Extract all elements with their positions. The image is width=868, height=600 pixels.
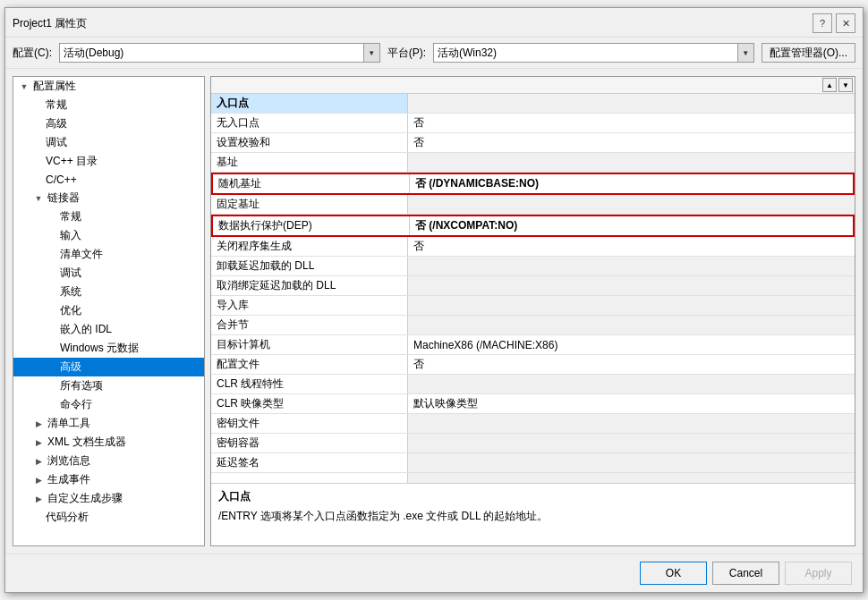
tree-node-general[interactable]: 常规 xyxy=(13,96,204,114)
tree-label-manifest-tool: 清单工具 xyxy=(47,416,90,431)
tree-node-linker-win-meta[interactable]: Windows 元数据 xyxy=(13,339,204,358)
tree-label-linker-general: 常规 xyxy=(60,209,81,224)
props-row[interactable]: 随机基址否 (/DYNAMICBASE:NO) xyxy=(211,173,855,195)
props-row[interactable]: 密钥容器 xyxy=(211,434,855,453)
tree-node-cpp[interactable]: C/C++ xyxy=(13,171,204,189)
tree-node-manifest-tool[interactable]: ▶清单工具 xyxy=(13,414,204,433)
tree-label-build-events: 生成事件 xyxy=(47,472,90,487)
tree-node-config-props[interactable]: ▼配置属性 xyxy=(13,77,204,96)
tree-label-linker-optimize: 优化 xyxy=(60,303,81,318)
platform-label: 平台(P): xyxy=(387,46,426,61)
props-row[interactable]: 关闭程序集生成否 xyxy=(211,237,855,257)
tree-node-linker-debug[interactable]: 调试 xyxy=(13,264,204,283)
prop-value-cell xyxy=(408,276,855,295)
dialog: Project1 属性页 ? ✕ 配置(C): 活动(Debug) ▼ 平台(P… xyxy=(4,7,864,593)
description-title: 入口点 xyxy=(218,489,847,504)
props-row[interactable]: 延迟签名 xyxy=(211,453,855,473)
props-row[interactable]: 无入口点否 xyxy=(211,114,855,133)
props-panel: ▲ ▼ 入口点无入口点否设置校验和否基址随机基址否 (/DYNAMICBASE:… xyxy=(210,76,855,546)
tree-node-linker[interactable]: ▼链接器 xyxy=(13,189,204,207)
platform-dropdown-arrow: ▼ xyxy=(737,44,753,62)
main-content: ▼配置属性常规高级调试VC++ 目录C/C++▼链接器常规输入清单文件调试系统优… xyxy=(5,69,863,554)
platform-dropdown[interactable]: 活动(Win32) ▼ xyxy=(433,43,754,63)
props-row[interactable]: 取消绑定延迟加载的 DLL xyxy=(211,276,855,296)
tree-label-code-analysis: 代码分析 xyxy=(46,510,89,525)
toolbar: 配置(C): 活动(Debug) ▼ 平台(P): 活动(Win32) ▼ 配置… xyxy=(5,38,863,69)
props-row[interactable]: 基址 xyxy=(211,153,855,173)
cancel-button[interactable]: Cancel xyxy=(712,562,779,585)
tree-node-build-events[interactable]: ▶生成事件 xyxy=(13,470,204,489)
dialog-title: Project1 属性页 xyxy=(13,16,87,31)
props-row[interactable]: 配置文件否 xyxy=(211,355,855,375)
props-row[interactable]: 数据执行保护(DEP)否 (/NXCOMPAT:NO) xyxy=(211,215,855,237)
tree-node-advanced[interactable]: 高级 xyxy=(13,114,204,133)
tree-node-xml-gen[interactable]: ▶XML 文档生成器 xyxy=(13,433,204,452)
prop-name-cell: 关闭程序集生成 xyxy=(211,237,408,256)
tree-label-config-props: 配置属性 xyxy=(33,79,76,94)
tree-panel: ▼配置属性常规高级调试VC++ 目录C/C++▼链接器常规输入清单文件调试系统优… xyxy=(13,76,205,546)
prop-value-cell: 否 xyxy=(408,355,855,374)
close-button[interactable]: ✕ xyxy=(836,13,855,33)
props-row[interactable]: CLR 线程特性 xyxy=(211,375,855,394)
prop-name-cell: 合并节 xyxy=(211,316,408,334)
prop-value-cell: 否 (/DYNAMICBASE:NO) xyxy=(410,174,853,193)
tree-node-code-analysis[interactable]: 代码分析 xyxy=(13,508,204,527)
prop-name-cell: 随机基址 xyxy=(213,174,410,193)
tree-node-linker-input[interactable]: 输入 xyxy=(13,226,204,245)
prop-name-cell: 数据执行保护(DEP) xyxy=(213,216,410,235)
prop-value-cell: 否 xyxy=(408,237,855,256)
props-scroll-header: ▲ ▼ xyxy=(211,77,855,94)
tree-label-linker-input: 输入 xyxy=(60,228,81,243)
props-row[interactable]: CLR 映像类型默认映像类型 xyxy=(211,394,855,414)
tree-node-linker-cmdline[interactable]: 命令行 xyxy=(13,395,204,414)
prop-name-cell: 入口点 xyxy=(211,94,408,113)
tree-node-linker-optimize[interactable]: 优化 xyxy=(13,301,204,320)
props-row[interactable]: 设置校验和否 xyxy=(211,133,855,153)
scroll-down-button[interactable]: ▼ xyxy=(838,78,853,92)
props-row[interactable]: 密钥文件 xyxy=(211,414,855,434)
tree-node-linker-system[interactable]: 系统 xyxy=(13,283,204,301)
tree-node-vc-dirs[interactable]: VC++ 目录 xyxy=(13,152,204,171)
prop-name-cell: 导入库 xyxy=(211,296,408,315)
props-row[interactable]: 导入库 xyxy=(211,296,855,316)
tree-label-linker-win-meta: Windows 元数据 xyxy=(60,341,139,356)
tree-node-debug[interactable]: 调试 xyxy=(13,133,204,152)
tree-label-xml-gen: XML 文档生成器 xyxy=(47,435,126,450)
platform-dropdown-value: 活动(Win32) xyxy=(438,46,497,61)
tree-expander-config-props: ▼ xyxy=(17,82,31,91)
prop-value-cell: 否 xyxy=(408,133,855,152)
tree-expander-manifest-tool: ▶ xyxy=(31,419,46,428)
props-row[interactable]: 卸载延迟加载的 DLL xyxy=(211,257,855,276)
prop-name-cell: 无入口点 xyxy=(211,114,408,132)
tree-node-linker-manifest[interactable]: 清单文件 xyxy=(13,245,204,264)
props-row[interactable]: 固定基址 xyxy=(211,195,855,215)
tree-node-linker-general[interactable]: 常规 xyxy=(13,207,204,226)
description-text: /ENTRY 选项将某个入口点函数指定为 .exe 文件或 DLL 的起始地址。 xyxy=(218,508,847,524)
ok-button[interactable]: OK xyxy=(640,562,707,585)
config-dropdown[interactable]: 活动(Debug) ▼ xyxy=(59,43,380,63)
props-row[interactable]: 目标计算机MachineX86 (/MACHINE:X86) xyxy=(211,335,855,355)
prop-name-cell: 目标计算机 xyxy=(211,335,408,354)
bottom-buttons: OK Cancel Apply xyxy=(5,554,863,592)
prop-name-cell: ... xyxy=(211,473,408,483)
apply-button[interactable]: Apply xyxy=(785,562,852,585)
tree-node-linker-all[interactable]: 所有选项 xyxy=(13,376,204,395)
prop-value-cell xyxy=(408,414,855,433)
help-button[interactable]: ? xyxy=(813,13,832,33)
prop-value-cell xyxy=(408,375,855,393)
tree-node-browse[interactable]: ▶浏览信息 xyxy=(13,452,204,470)
tree-node-linker-advanced[interactable]: 高级 xyxy=(13,358,204,376)
tree-label-linker: 链接器 xyxy=(47,190,80,206)
config-manager-button[interactable]: 配置管理器(O)... xyxy=(762,43,855,63)
scroll-up-button[interactable]: ▲ xyxy=(822,78,837,92)
props-row[interactable]: 合并节 xyxy=(211,316,855,335)
prop-value-cell: MachineX86 (/MACHINE:X86) xyxy=(408,335,855,354)
prop-value-cell xyxy=(408,434,855,452)
prop-value-cell: 否 xyxy=(408,114,855,132)
props-row[interactable]: ... xyxy=(211,473,855,483)
prop-value-cell xyxy=(408,257,855,275)
tree-node-linker-embedded-idl[interactable]: 嵌入的 IDL xyxy=(13,320,204,339)
tree-node-custom-steps[interactable]: ▶自定义生成步骤 xyxy=(13,489,204,508)
prop-value-cell xyxy=(408,195,855,214)
description-panel: 入口点 /ENTRY 选项将某个入口点函数指定为 .exe 文件或 DLL 的起… xyxy=(211,483,855,545)
